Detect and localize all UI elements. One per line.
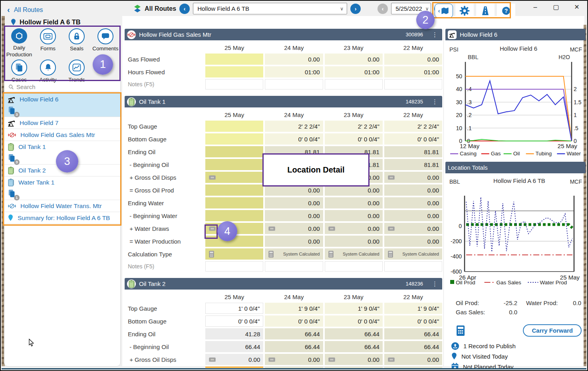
data-cell[interactable]: 0' 0 0/4" — [384, 315, 442, 327]
data-cell[interactable]: 0' 0 0/4" — [325, 315, 383, 327]
action-comments[interactable]: Comments — [91, 27, 120, 58]
close-button[interactable]: ✕ — [571, 3, 582, 11]
action-forms[interactable]: Forms — [34, 27, 62, 58]
data-cell[interactable]: 0.00 — [325, 223, 383, 234]
route-view-button[interactable] — [476, 4, 495, 18]
action-activity[interactable]: Activity — [34, 58, 62, 84]
data-cell[interactable]: 0' 0 0/4" — [384, 133, 442, 145]
data-cell[interactable]: 0.00 — [384, 210, 442, 221]
next-route-button[interactable]: › — [350, 4, 361, 14]
minimize-button[interactable]: – — [530, 4, 541, 11]
data-cell[interactable]: 0.00 — [325, 197, 383, 208]
maximize-button[interactable]: ▢ — [550, 3, 562, 11]
tree-item[interactable]: Hollow Field Gas Sales Mtr — [4, 129, 120, 141]
data-cell[interactable]: 1' 9 0/4" — [384, 303, 442, 314]
data-cell[interactable]: 2' 2 2/4" — [384, 121, 442, 132]
data-cell[interactable] — [205, 261, 263, 272]
data-cell[interactable]: 0.00 — [384, 354, 442, 365]
panel-menu-icon[interactable]: ⋮ — [432, 31, 438, 38]
data-cell[interactable]: 0.00 — [265, 354, 323, 365]
previous-route-button[interactable]: ‹ — [179, 4, 190, 14]
data-cell[interactable]: 01:00 — [384, 66, 442, 77]
data-cell[interactable]: 01:00 — [265, 66, 323, 77]
data-cell[interactable]: 0.00 — [384, 223, 442, 234]
toggle-map-button[interactable]: ‹ — [435, 4, 453, 18]
tree-item[interactable]: Hollow Field Water Trans. Mtr — [4, 200, 120, 212]
data-cell[interactable] — [205, 121, 263, 132]
data-cell[interactable]: 0.00 — [205, 354, 263, 365]
tree-item[interactable]: Oil Tank 13 — [4, 141, 120, 165]
data-cell[interactable] — [205, 248, 263, 260]
action-cases[interactable]: Cases — [5, 58, 34, 84]
data-cell[interactable]: 66.44 — [384, 341, 442, 352]
tree-item[interactable]: Summary for: Hollow Field A 6 TB — [4, 212, 120, 224]
data-cell[interactable]: System Calculated — [325, 248, 383, 260]
help-button[interactable]: ? — [497, 4, 515, 18]
settings-button[interactable] — [455, 4, 474, 18]
data-cell[interactable] — [205, 146, 263, 157]
data-cell[interactable] — [205, 172, 263, 183]
action-seals[interactable]: Seals — [62, 27, 91, 58]
data-cell[interactable] — [205, 159, 263, 170]
data-cell[interactable]: 0.00 — [384, 197, 442, 208]
data-cell[interactable]: 0.00 — [325, 210, 383, 221]
data-cell[interactable] — [265, 79, 323, 89]
tree-item[interactable]: Water Tank 11 — [4, 177, 120, 200]
panel-menu-icon[interactable]: ⋮ — [432, 98, 438, 105]
data-cell[interactable]: 66.44 — [325, 341, 383, 352]
search-input[interactable] — [16, 83, 116, 90]
tree-item-cases[interactable]: 3 — [4, 153, 120, 164]
data-cell[interactable]: 2' 2 2/4" — [325, 121, 383, 132]
calculator-icon[interactable] — [456, 325, 465, 336]
data-cell[interactable]: 81.81 — [384, 159, 442, 170]
data-cell[interactable] — [205, 210, 263, 221]
data-cell[interactable] — [205, 367, 263, 368]
data-cell[interactable]: 0.00 — [265, 197, 323, 208]
data-cell[interactable]: 0.00 — [265, 223, 323, 234]
data-cell[interactable]: 0.00 — [325, 54, 383, 65]
tree-item[interactable]: Hollow Field 63 — [4, 93, 120, 117]
data-cell[interactable] — [384, 79, 442, 89]
data-cell[interactable]: 0.00 — [265, 54, 323, 65]
data-cell[interactable]: 0.00 — [265, 236, 323, 247]
previous-day-button[interactable]: ‹ — [377, 4, 388, 14]
location-combobox[interactable]: Hollow Field A 6 TB ∨ — [193, 3, 347, 14]
data-cell[interactable]: 0' 0 0/4" — [205, 315, 263, 327]
data-cell[interactable] — [205, 197, 263, 208]
data-cell[interactable]: 41.28 — [205, 328, 263, 339]
data-cell[interactable]: 0.00 — [325, 354, 383, 365]
data-cell[interactable]: 66.44 — [325, 328, 383, 339]
tree-item[interactable]: Hollow Field 7 — [4, 117, 120, 129]
tree-item-cases[interactable]: 3 — [4, 105, 120, 117]
back-all-routes-link[interactable]: ‹ All Routes — [7, 5, 43, 14]
data-cell[interactable]: 0' 0 0/4" — [265, 133, 323, 145]
data-cell[interactable]: 0.00 — [325, 236, 383, 247]
data-cell[interactable]: 0' 0 0/4" — [265, 315, 323, 327]
data-cell[interactable]: 0' 0 0/4" — [325, 133, 383, 145]
data-cell[interactable]: 0.00 — [384, 172, 442, 183]
data-cell[interactable] — [325, 367, 383, 368]
data-cell[interactable]: 01:00 — [325, 66, 383, 77]
action-trends[interactable]: Trends — [62, 58, 91, 84]
data-cell[interactable]: 1' 0 0/4" — [205, 303, 263, 314]
tree-item-cases[interactable]: 1 — [4, 188, 120, 200]
data-cell[interactable]: 81.81 — [384, 146, 442, 157]
data-cell[interactable] — [205, 185, 263, 196]
data-cell[interactable]: 2' 2 2/4" — [265, 121, 323, 132]
data-cell[interactable] — [265, 367, 323, 368]
data-cell[interactable]: 66.44 — [205, 341, 263, 352]
panel-menu-icon[interactable]: ⋮ — [432, 280, 438, 288]
tree-item[interactable]: Oil Tank 2 — [4, 165, 120, 177]
data-cell[interactable] — [205, 79, 263, 89]
data-cell[interactable] — [205, 133, 263, 145]
data-cell[interactable]: 66.44 — [265, 328, 323, 339]
data-cell[interactable]: 1' 9 0/4" — [265, 303, 323, 314]
data-cell[interactable] — [205, 66, 263, 77]
action-daily-production[interactable]: Daily Production — [5, 27, 34, 58]
data-cell[interactable]: System Calculated — [265, 248, 323, 260]
carry-forward-button[interactable]: Carry Forward — [523, 324, 582, 337]
data-cell[interactable] — [325, 261, 383, 272]
data-cell[interactable] — [205, 54, 263, 65]
date-combobox[interactable]: 5/25/2022 ∨ — [391, 3, 431, 14]
data-cell[interactable]: 0.00 — [384, 236, 442, 247]
